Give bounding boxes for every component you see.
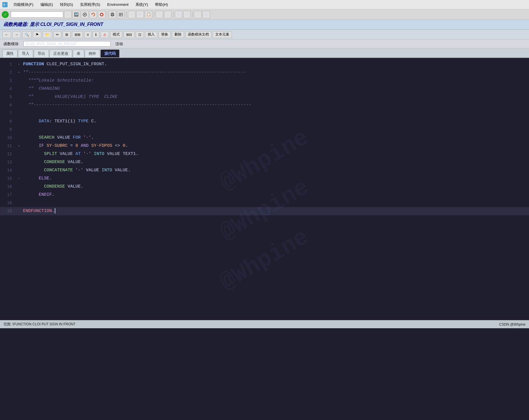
tool-3[interactable]: 📁 <box>43 31 52 38</box>
config-btn[interactable]: 🖥 <box>202 11 210 18</box>
code-line-15: 15 ○ ELSE. <box>0 174 529 183</box>
code-line-11: 11 ▾ IF SY-SUBRC = 0 AND SY-FDPOS <> 0. <box>0 142 529 150</box>
replace-btn[interactable]: 替换 <box>158 31 171 38</box>
sep3 <box>154 11 154 18</box>
code-line-18: 18 <box>0 199 529 207</box>
layout-btn2[interactable]: ⊟ <box>183 11 191 18</box>
code-line-6: 6 *"------------------------------------… <box>0 101 529 109</box>
line-num-17: 17 <box>0 191 16 199</box>
page-btn[interactable] <box>81 11 89 18</box>
tool-7[interactable]: ≡ <box>84 31 91 38</box>
print-btn[interactable] <box>109 11 116 18</box>
code-line-4: 4 *" CHANGING <box>0 85 529 93</box>
menu-goto[interactable]: 转到(G) <box>59 1 74 8</box>
tab-table[interactable]: 表 <box>73 50 84 57</box>
menu-help[interactable]: 帮助(H) <box>154 1 169 8</box>
redo-btn[interactable]: ↪ <box>164 11 172 18</box>
menu-system[interactable]: 系统(Y) <box>134 1 149 8</box>
sep5 <box>192 11 193 18</box>
status-bar: 范围: \FUNCTION CLOI PUT SIGN IN FRONT CSD… <box>0 320 529 328</box>
line-code-3: *"*"Lokale Schnittstelle: <box>22 77 529 85</box>
line-num-11: 11 <box>0 142 16 150</box>
line-code-18 <box>22 199 529 207</box>
line-code-9 <box>22 126 529 134</box>
line-code-17: ENDIF. <box>22 191 529 199</box>
delete-btn[interactable]: 删除 <box>172 31 184 38</box>
nav-forward[interactable]: → <box>12 31 21 38</box>
menu-environment[interactable]: Environment <box>106 2 130 7</box>
tab-properties[interactable]: 属性 <box>2 50 17 57</box>
line-code-7 <box>22 109 529 117</box>
back-btn[interactable]: « <box>64 11 72 18</box>
line-code-4: *" CHANGING <box>22 85 529 93</box>
module-label: 函数模块 <box>3 41 19 47</box>
preview-btn[interactable] <box>117 11 125 18</box>
code-editor[interactable]: 1 ▾ FUNCTION CLOI_PUT_SIGN_IN_FRONT. 2 ▾… <box>0 58 529 320</box>
line-code-14: CONCATENATE '-' VALUE INTO VALUE. <box>22 166 529 174</box>
tab-exceptions[interactable]: 例外 <box>85 50 100 57</box>
insert-btn[interactable]: 插入 <box>145 31 157 38</box>
cut-btn[interactable]: ✂ <box>128 11 135 18</box>
status-right: CSDN @Whpine <box>499 322 526 327</box>
code-line-17: 17 ENDIF. <box>0 191 529 199</box>
page-title: 函数构建器: 显示 CLOI_PUT_SIGN_IN_FRONT <box>3 22 103 27</box>
layout-btn1[interactable]: ⊞ <box>175 11 182 18</box>
text-elem-btn[interactable]: 文本元素 <box>213 31 232 38</box>
sep1 <box>107 11 107 18</box>
line-code-2: *"--------------------------------------… <box>22 68 529 77</box>
save-btn[interactable] <box>73 11 80 18</box>
line-code-6: *"--------------------------------------… <box>22 101 529 109</box>
toolbar1: ✓ « ✂ ⧉ 📋 ↩ ↪ ⊞ ⊟ ? 🖥 <box>0 9 529 20</box>
tool-2[interactable]: ⚑ <box>33 31 41 38</box>
code-line-8: 8 DATA: TEXT1(1) TYPE C. <box>0 117 529 126</box>
tool-9[interactable]: ⊡ <box>136 31 144 38</box>
module-status: 活动 <box>115 41 123 47</box>
status-left: 范围: \FUNCTION CLOI PUT SIGN IN FRONT <box>3 322 75 327</box>
menu-utilities[interactable]: 实用程序(S) <box>79 1 101 8</box>
menu-functions[interactable]: 功能模块(F) <box>12 1 35 8</box>
check-button[interactable]: ✓ <box>2 11 9 18</box>
tool-1[interactable]: 🔍 <box>22 31 32 38</box>
line-code-5: *" VALUE(VALUE) TYPE CLIKE <box>22 93 529 101</box>
paste-btn[interactable]: 📋 <box>145 11 152 18</box>
help-btn[interactable]: ? <box>194 11 202 18</box>
nav-back[interactable]: ← <box>2 31 11 38</box>
undo-btn[interactable]: ↩ <box>156 11 163 18</box>
line-num-13: 13 <box>0 158 16 166</box>
tool-6[interactable]: ⊞⊞ <box>72 31 83 38</box>
svg-rect-10 <box>112 13 113 14</box>
code-line-10: 10 SEARCH VALUE FOR '-'. <box>0 134 529 142</box>
menu-bar: F 功能模块(F) 编辑(E) 转到(G) 实用程序(S) Environmen… <box>0 0 529 9</box>
doc-btn[interactable]: 函数模块文档 <box>185 31 211 38</box>
tab-changing[interactable]: 正在更改 <box>50 50 72 57</box>
warn-btn[interactable]: ⚠ <box>100 31 109 38</box>
tool-8[interactable]: ⊞⊟ <box>124 31 135 38</box>
code-line-1: 1 ▾ FUNCTION CLOI_PUT_SIGN_IN_FRONT. <box>0 60 529 68</box>
code-line-19: 19 ENDFUNCTION. <box>0 207 529 215</box>
mode-btn[interactable]: 模式 <box>110 31 122 38</box>
refresh-btn[interactable] <box>89 11 97 18</box>
line-code-12: SPLIT VALUE AT '-' INTO VALUE TEXT1. <box>22 150 529 158</box>
app-icon: F <box>2 2 8 7</box>
code-line-12: 12 SPLIT VALUE AT '-' INTO VALUE TEXT1. <box>0 150 529 158</box>
command-input[interactable] <box>11 11 63 18</box>
stop-btn[interactable] <box>98 11 105 18</box>
tool-4[interactable]: ✏ <box>53 31 61 38</box>
copy-btn[interactable]: ⧉ <box>136 11 144 18</box>
code-line-14: 14 CONCATENATE '-' VALUE INTO VALUE. <box>0 166 529 174</box>
tab-import[interactable]: 导入 <box>18 50 33 57</box>
tab-source[interactable]: 源代码 <box>100 50 119 57</box>
line-num-8: 8 <box>0 117 16 126</box>
line-num-5: 5 <box>0 93 16 101</box>
line-num-15: 15 <box>0 174 16 183</box>
line-num-14: 14 <box>0 166 16 174</box>
menu-edit[interactable]: 编辑(E) <box>39 1 54 8</box>
tool-5[interactable]: ⊞ <box>63 31 71 38</box>
tab-export[interactable]: 导出 <box>34 50 49 57</box>
sep2 <box>126 11 126 18</box>
toolbar2: ← → 🔍 ⚑ 📁 ✏ ⊞ ⊞⊞ ≡ ℹ ⚠ 模式 ⊞⊟ ⊡ 插入 替换 删除 … <box>0 30 529 40</box>
line-code-10: SEARCH VALUE FOR '-'. <box>22 134 529 142</box>
info-btn[interactable]: ℹ <box>93 31 99 38</box>
line-code-13: CONDENSE VALUE. <box>22 158 529 166</box>
sep4 <box>173 11 173 18</box>
